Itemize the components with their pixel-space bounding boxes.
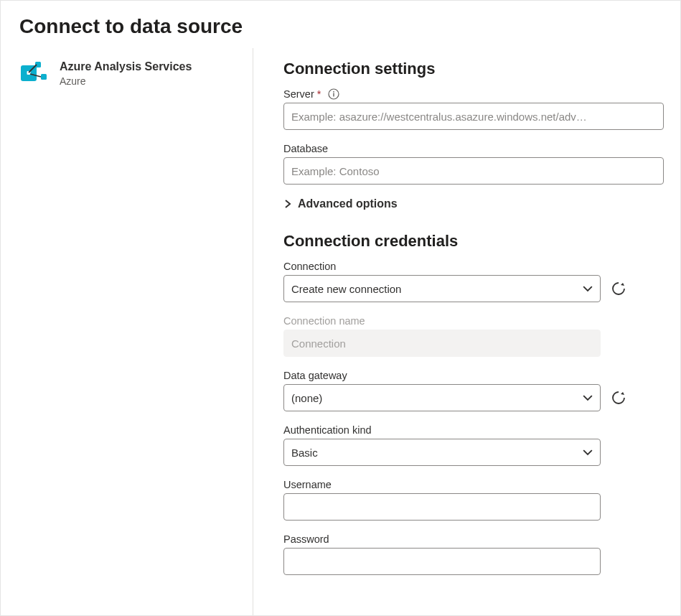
settings-panel: Connection settings Server * xyxy=(253,48,680,615)
advanced-options-label: Advanced options xyxy=(298,197,398,210)
auth-kind-label: Authentication kind xyxy=(283,424,666,436)
connection-label: Connection xyxy=(283,261,666,272)
refresh-gateway-button[interactable] xyxy=(611,390,626,406)
connection-select-value: Create new connection xyxy=(291,283,401,295)
connection-name-input xyxy=(283,330,601,357)
data-gateway-select[interactable]: (none) xyxy=(283,384,601,411)
auth-kind-select-value: Basic xyxy=(291,447,318,459)
database-label: Database xyxy=(283,143,666,154)
chevron-down-icon xyxy=(583,447,593,457)
database-input[interactable] xyxy=(283,157,664,185)
data-gateway-select-value: (none) xyxy=(291,392,322,404)
azure-analysis-services-icon xyxy=(19,60,48,88)
data-source-item[interactable]: Azure Analysis Services Azure xyxy=(19,60,253,88)
password-label: Password xyxy=(283,533,666,545)
username-input[interactable] xyxy=(283,493,601,521)
content: Azure Analysis Services Azure Connection… xyxy=(1,48,680,615)
dialog: Connect to data source Azure Analysis Se… xyxy=(0,0,681,616)
chevron-down-icon xyxy=(583,284,593,294)
chevron-down-icon xyxy=(583,393,593,403)
password-input[interactable] xyxy=(283,548,601,575)
auth-kind-select[interactable]: Basic xyxy=(283,439,601,466)
settings-heading: Connection settings xyxy=(283,60,666,78)
svg-rect-8 xyxy=(334,91,334,93)
server-label-text: Server xyxy=(283,88,314,100)
data-source-name: Azure Analysis Services xyxy=(60,60,192,74)
server-label: Server * xyxy=(283,88,666,100)
required-indicator: * xyxy=(317,88,321,100)
data-source-vendor: Azure xyxy=(60,75,192,87)
connection-select[interactable]: Create new connection xyxy=(283,275,601,302)
refresh-connection-button[interactable] xyxy=(611,281,626,297)
svg-rect-2 xyxy=(41,74,47,80)
info-icon[interactable] xyxy=(328,88,339,100)
svg-rect-7 xyxy=(334,93,334,97)
source-panel: Azure Analysis Services Azure xyxy=(1,48,253,615)
page-title: Connect to data source xyxy=(1,1,680,48)
connection-name-label: Connection name xyxy=(283,315,666,327)
credentials-heading: Connection credentials xyxy=(283,232,666,251)
chevron-right-icon xyxy=(283,200,292,208)
advanced-options-toggle[interactable]: Advanced options xyxy=(283,197,666,210)
server-input[interactable] xyxy=(283,103,664,130)
data-gateway-label: Data gateway xyxy=(283,370,666,381)
username-label: Username xyxy=(283,479,666,490)
